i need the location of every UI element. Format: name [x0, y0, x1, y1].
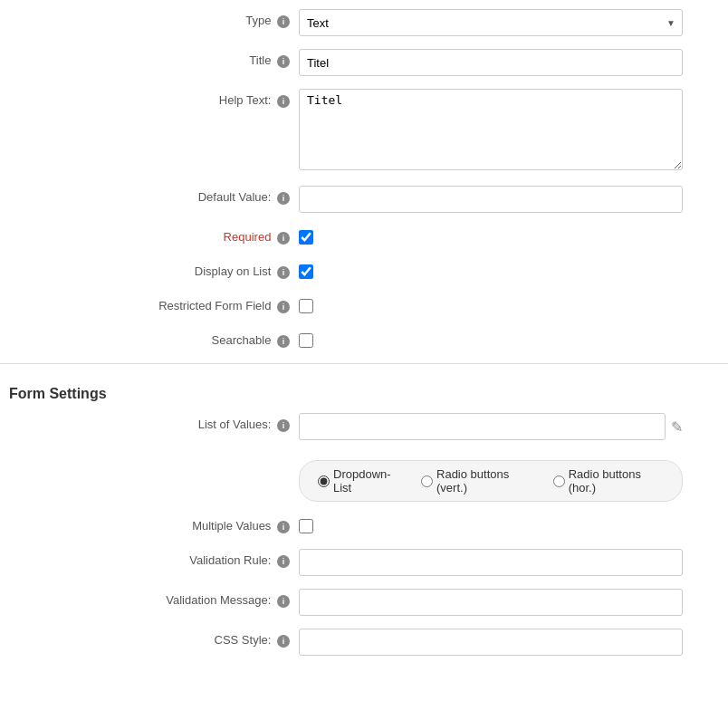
css-style-row: CSS Style: i [0, 629, 728, 656]
title-row: Title i [0, 49, 728, 76]
title-control [299, 49, 683, 76]
restricted-form-field-checkbox[interactable] [299, 299, 313, 313]
validation-rule-label: Validation Rule: i [9, 549, 299, 568]
radio-vert[interactable] [421, 475, 433, 487]
help-text-label: Help Text: i [9, 89, 299, 108]
radio-option-dropdown[interactable]: Dropdown-List [311, 465, 410, 497]
type-select-wrapper: Text Textarea Number Date Dropdown Check… [299, 9, 683, 36]
radio-hor[interactable] [553, 475, 565, 487]
list-of-values-wrapper: ✎ [299, 413, 683, 440]
type-row: Type i Text Textarea Number Date Dropdow… [0, 9, 728, 36]
validation-message-label-text: Validation Message: [166, 593, 271, 607]
multiple-values-info-icon[interactable]: i [277, 521, 290, 533]
section-divider [0, 363, 728, 364]
display-type-row: Dropdown-List Radio buttons (vert.) Radi… [0, 453, 728, 502]
searchable-label-text: Searchable [212, 333, 272, 347]
required-label-text: Required [224, 230, 272, 244]
title-input[interactable] [299, 49, 683, 76]
multiple-values-checkbox[interactable] [299, 519, 313, 533]
list-of-values-input[interactable] [299, 413, 666, 440]
title-info-icon[interactable]: i [277, 55, 290, 68]
radio-dropdown[interactable] [318, 475, 330, 487]
type-label-text: Type [245, 14, 271, 27]
default-value-control [299, 186, 683, 213]
multiple-values-label: Multiple Values i [9, 514, 299, 533]
restricted-form-field-control [299, 294, 683, 316]
default-value-label: Default Value: i [9, 186, 299, 205]
restricted-form-field-label: Restricted Form Field i [9, 294, 299, 313]
type-control: Text Textarea Number Date Dropdown Check… [299, 9, 683, 36]
display-type-control: Dropdown-List Radio buttons (vert.) Radi… [299, 453, 683, 502]
help-text-input[interactable]: Titel [299, 89, 683, 170]
help-text-label-text: Help Text: [219, 93, 272, 107]
validation-rule-row: Validation Rule: i [0, 549, 728, 576]
list-of-values-info-icon[interactable]: i [277, 419, 290, 432]
validation-message-row: Validation Message: i [0, 589, 728, 616]
restricted-form-field-label-text: Restricted Form Field [158, 299, 271, 312]
default-value-row: Default Value: i [0, 186, 728, 213]
default-value-label-text: Default Value: [198, 190, 272, 204]
list-of-values-row: List of Values: i ✎ [0, 413, 728, 440]
searchable-checkbox[interactable] [299, 333, 313, 348]
radio-hor-label: Radio buttons (hor.) [569, 467, 664, 495]
list-of-values-control: ✎ [299, 413, 683, 440]
default-value-input[interactable] [299, 186, 683, 213]
validation-rule-control [299, 549, 683, 576]
validation-message-info-icon[interactable]: i [277, 595, 290, 608]
radio-option-hor[interactable]: Radio buttons (hor.) [546, 465, 671, 497]
display-on-list-checkbox[interactable] [299, 264, 313, 279]
validation-message-control [299, 589, 683, 616]
display-on-list-control [299, 260, 683, 282]
searchable-label: Searchable i [9, 329, 299, 348]
help-text-row: Help Text: i Titel [0, 89, 728, 173]
css-style-input[interactable] [299, 629, 683, 656]
help-text-control: Titel [299, 89, 683, 173]
help-text-info-icon[interactable]: i [277, 95, 290, 108]
default-value-info-icon[interactable]: i [277, 192, 290, 205]
main-form: Type i Text Textarea Number Date Dropdow… [0, 9, 728, 656]
display-type-radio-group: Dropdown-List Radio buttons (vert.) Radi… [299, 460, 683, 502]
required-control [299, 226, 683, 247]
display-on-list-info-icon[interactable]: i [277, 266, 290, 279]
form-settings-title: Form Settings [0, 379, 728, 413]
title-label: Title i [9, 49, 299, 68]
required-row: Required i [0, 226, 728, 247]
list-of-values-label-text: List of Values: [198, 418, 272, 431]
searchable-row: Searchable i [0, 329, 728, 350]
css-style-control [299, 629, 683, 656]
searchable-info-icon[interactable]: i [277, 335, 290, 348]
validation-message-input[interactable] [299, 589, 683, 616]
display-on-list-label: Display on List i [9, 260, 299, 279]
multiple-values-control [299, 514, 683, 536]
searchable-control [299, 329, 683, 350]
display-on-list-row: Display on List i [0, 260, 728, 282]
pencil-icon[interactable]: ✎ [671, 418, 683, 436]
required-checkbox[interactable] [299, 230, 313, 245]
validation-rule-label-text: Validation Rule: [189, 553, 271, 567]
radio-vert-label: Radio buttons (vert.) [436, 467, 535, 495]
type-label: Type i [9, 9, 299, 28]
restricted-form-field-row: Restricted Form Field i [0, 294, 728, 316]
restricted-form-field-info-icon[interactable]: i [277, 301, 290, 313]
css-style-info-icon[interactable]: i [277, 635, 290, 648]
validation-rule-input[interactable] [299, 549, 683, 576]
multiple-values-row: Multiple Values i [0, 514, 728, 536]
css-style-label: CSS Style: i [9, 629, 299, 648]
css-style-label-text: CSS Style: [215, 633, 272, 647]
type-select[interactable]: Text Textarea Number Date Dropdown Check… [299, 9, 683, 36]
validation-message-label: Validation Message: i [9, 589, 299, 608]
radio-dropdown-label: Dropdown-List [333, 467, 403, 495]
validation-rule-info-icon[interactable]: i [277, 555, 290, 568]
list-of-values-label: List of Values: i [9, 413, 299, 432]
title-label-text: Title [249, 53, 271, 67]
required-label: Required i [9, 226, 299, 245]
multiple-values-label-text: Multiple Values [192, 519, 271, 533]
required-info-icon[interactable]: i [277, 232, 290, 245]
radio-option-vert[interactable]: Radio buttons (vert.) [414, 465, 542, 497]
display-on-list-label-text: Display on List [195, 264, 272, 278]
type-info-icon[interactable]: i [277, 15, 290, 28]
